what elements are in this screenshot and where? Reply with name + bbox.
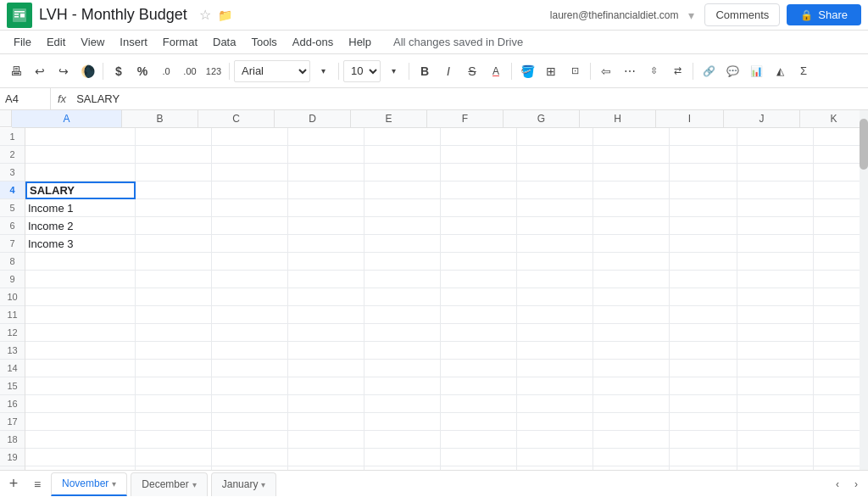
cell-h19[interactable] [593,449,670,466]
col-header-f[interactable]: F [427,110,504,127]
cell-a5[interactable]: Income 1 [25,199,136,217]
function-button[interactable]: Σ [793,60,815,82]
row-num-16[interactable]: 16 [0,395,25,413]
cell-h11[interactable] [593,306,670,324]
cell-h13[interactable] [593,342,670,360]
comment-button[interactable]: 💬 [721,60,743,82]
cell-a3[interactable] [25,164,136,181]
row-num-11[interactable]: 11 [0,306,25,324]
menu-help[interactable]: Help [342,34,378,50]
cell-i4[interactable] [670,181,737,199]
menu-addons[interactable]: Add-ons [286,34,340,50]
menu-tools[interactable]: Tools [244,34,283,50]
cell-f11[interactable] [441,306,517,324]
cell-i7[interactable] [670,235,737,253]
cell-a11[interactable] [25,306,136,324]
cell-e16[interactable] [364,395,441,413]
cell-f3[interactable] [441,164,517,181]
cell-f19[interactable] [441,449,517,466]
row-num-10[interactable]: 10 [0,288,25,306]
cell-d11[interactable] [288,306,364,324]
cell-d6[interactable] [288,217,364,235]
cell-j3[interactable] [737,164,814,181]
cell-i16[interactable] [670,395,737,413]
cell-h6[interactable] [593,217,670,235]
menu-data[interactable]: Data [206,34,242,50]
cell-c9[interactable] [212,271,288,288]
cell-c3[interactable] [212,164,288,181]
row-num-4[interactable]: 4 [0,181,25,199]
sheet-tab-november[interactable]: November ▾ [51,472,127,496]
cell-a4[interactable]: SALARY [25,181,136,199]
cell-i12[interactable] [670,324,737,342]
formula-content[interactable]: SALARY [73,92,868,105]
sheet-tab-december[interactable]: December ▾ [131,472,207,496]
cell-i5[interactable] [670,199,737,217]
cell-a18[interactable] [25,431,136,449]
cell-f13[interactable] [441,342,517,360]
cell-i9[interactable] [670,271,737,288]
cell-g12[interactable] [517,324,593,342]
cell-i2[interactable] [670,146,737,164]
cell-b8[interactable] [136,253,212,271]
cell-e2[interactable] [364,146,441,164]
cell-a10[interactable] [25,288,136,306]
cell-e4[interactable] [364,181,441,199]
cell-a19[interactable] [25,449,136,466]
cell-a6[interactable]: Income 2 [25,217,136,235]
cell-h10[interactable] [593,288,670,306]
dropdown-icon[interactable]: ▾ [688,8,694,22]
cell-c15[interactable] [212,377,288,395]
cell-b14[interactable] [136,360,212,377]
cell-g11[interactable] [517,306,593,324]
cell-d13[interactable] [288,342,364,360]
cell-g16[interactable] [517,395,593,413]
italic-button[interactable]: I [437,60,459,82]
cell-f4[interactable] [441,181,517,199]
number-format-button[interactable]: 123 [203,60,225,82]
cell-b10[interactable] [136,288,212,306]
cell-h4[interactable] [593,181,670,199]
cell-b17[interactable] [136,413,212,431]
cell-i15[interactable] [670,377,737,395]
cell-e14[interactable] [364,360,441,377]
cell-d8[interactable] [288,253,364,271]
cell-d3[interactable] [288,164,364,181]
comments-button[interactable]: Comments [704,3,780,26]
cell-e1[interactable] [364,128,441,146]
row-num-18[interactable]: 18 [0,431,25,449]
fill-color-button[interactable]: 🪣 [516,60,538,82]
cell-e3[interactable] [364,164,441,181]
cell-g9[interactable] [517,271,593,288]
cell-j17[interactable] [737,413,814,431]
cell-j15[interactable] [737,377,814,395]
cell-f6[interactable] [441,217,517,235]
cell-f1[interactable] [441,128,517,146]
cell-b5[interactable] [136,199,212,217]
cell-d15[interactable] [288,377,364,395]
row-num-8[interactable]: 8 [0,253,25,271]
col-header-k[interactable]: K [800,110,868,127]
cell-e13[interactable] [364,342,441,360]
cell-c4[interactable] [212,181,288,199]
add-sheet-button[interactable]: + [3,474,24,494]
cell-e5[interactable] [364,199,441,217]
decimal-decrease-button[interactable]: .0 [155,60,177,82]
cell-b18[interactable] [136,431,212,449]
cell-a7[interactable]: Income 3 [25,235,136,253]
cell-i10[interactable] [670,288,737,306]
cell-c16[interactable] [212,395,288,413]
cell-a14[interactable] [25,360,136,377]
undo-button[interactable]: ↩ [29,60,51,82]
cell-b19[interactable] [136,449,212,466]
cell-i6[interactable] [670,217,737,235]
cell-i13[interactable] [670,342,737,360]
cell-j12[interactable] [737,324,814,342]
row-num-15[interactable]: 15 [0,377,25,395]
cell-c12[interactable] [212,324,288,342]
cell-e10[interactable] [364,288,441,306]
cell-j14[interactable] [737,360,814,377]
cell-g13[interactable] [517,342,593,360]
cell-c14[interactable] [212,360,288,377]
cell-b13[interactable] [136,342,212,360]
